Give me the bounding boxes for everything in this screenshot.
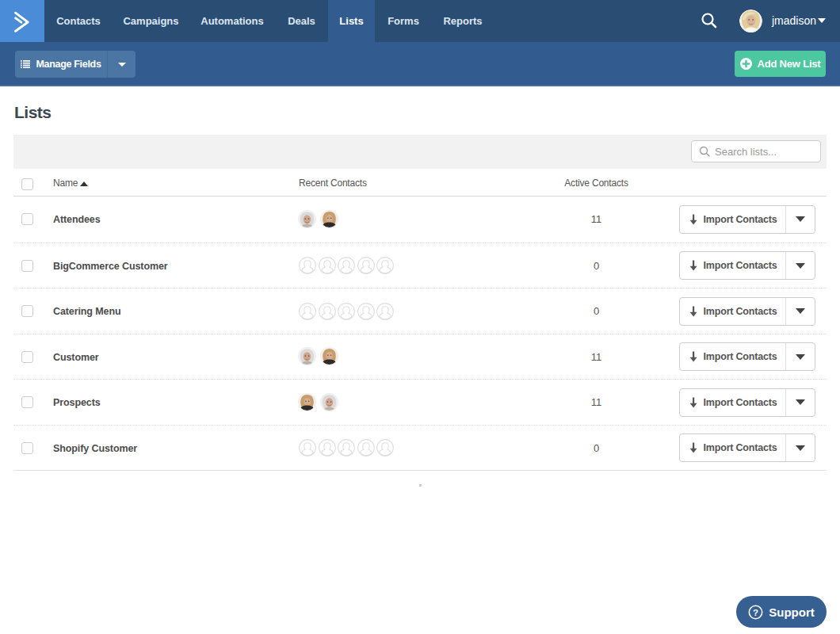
svg-text:?: ? — [753, 607, 758, 617]
